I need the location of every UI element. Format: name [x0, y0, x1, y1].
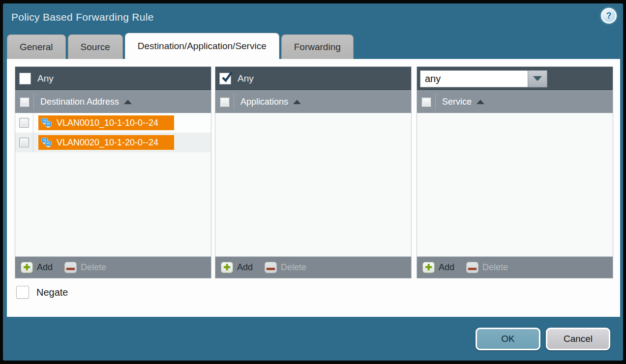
- address-object-tag[interactable]: VLAN0020_10-1-20-0--24: [38, 135, 174, 150]
- list-item[interactable]: VLAN0010_10-1-10-0--24: [15, 113, 211, 133]
- destination-header-row: Destination Address: [15, 90, 211, 113]
- destination-list: VLAN0010_10-1-10-0--24: [15, 113, 211, 256]
- address-object-label: VLAN0020_10-1-20-0--24: [57, 138, 158, 148]
- delete-button[interactable]: Delete: [81, 262, 106, 273]
- row-checkbox[interactable]: [19, 118, 29, 128]
- applications-header-row: Applications: [215, 90, 411, 113]
- service-toolbar: ✚ Add ▬ Delete: [417, 256, 613, 278]
- help-icon[interactable]: ?: [601, 8, 617, 24]
- applications-selectall-checkbox[interactable]: [220, 97, 230, 107]
- delete-icon[interactable]: ▬: [64, 262, 77, 273]
- add-button[interactable]: Add: [37, 262, 53, 273]
- tab-label: Source: [81, 42, 110, 53]
- destination-address-column: Any Destination Address: [15, 66, 211, 279]
- destination-any-bar: Any: [15, 67, 211, 90]
- tab-forwarding[interactable]: Forwarding: [281, 34, 354, 59]
- service-list: [417, 113, 613, 256]
- dialog-title: Policy Based Forwarding Rule: [11, 11, 154, 23]
- negate-option: Negate: [16, 286, 68, 299]
- cancel-button[interactable]: Cancel: [546, 328, 610, 350]
- network-address-icon: [41, 138, 52, 148]
- sort-ascending-icon[interactable]: [124, 100, 132, 104]
- add-icon[interactable]: ✚: [221, 262, 233, 273]
- help-glyph: ?: [606, 11, 612, 21]
- list-item[interactable]: VLAN0020_10-1-20-0--24: [15, 133, 211, 152]
- add-icon[interactable]: ✚: [21, 262, 33, 273]
- delete-button[interactable]: Delete: [281, 262, 306, 273]
- sort-ascending-icon[interactable]: [477, 100, 484, 104]
- destination-any-checkbox[interactable]: [19, 73, 31, 84]
- tab-content-panel: Any Destination Address: [7, 59, 620, 317]
- cancel-label: Cancel: [564, 334, 593, 344]
- delete-button[interactable]: Delete: [482, 262, 508, 273]
- add-icon[interactable]: ✚: [422, 262, 435, 273]
- applications-column: Any Applications ✚ Add ▬ Delete: [215, 66, 412, 279]
- tab-label: Destination/Application/Service: [138, 41, 267, 52]
- dropdown-button[interactable]: [528, 70, 547, 87]
- add-button[interactable]: Add: [439, 262, 454, 273]
- service-column: any Service ✚ Add ▬ Delete: [417, 66, 613, 279]
- pbf-rule-dialog: Policy Based Forwarding Rule ? General S…: [3, 3, 623, 361]
- tab-general[interactable]: General: [7, 34, 66, 59]
- service-selectall-checkbox[interactable]: [421, 97, 431, 107]
- applications-any-bar: Any: [215, 67, 411, 90]
- destination-column-header[interactable]: Destination Address: [40, 97, 119, 107]
- service-dropdown[interactable]: any: [420, 70, 547, 87]
- tab-destination-application-service[interactable]: Destination/Application/Service: [125, 33, 279, 59]
- destination-toolbar: ✚ Add ▬ Delete: [15, 256, 211, 278]
- applications-any-label: Any: [238, 73, 254, 84]
- divider: [435, 93, 436, 111]
- destination-selectall-checkbox[interactable]: [20, 97, 30, 107]
- applications-column-header[interactable]: Applications: [240, 97, 288, 107]
- divider: [234, 93, 234, 111]
- applications-any-checkbox[interactable]: [219, 73, 231, 84]
- delete-icon[interactable]: ▬: [466, 262, 478, 273]
- add-button[interactable]: Add: [237, 262, 253, 273]
- divider: [33, 93, 34, 111]
- negate-label: Negate: [36, 287, 68, 298]
- service-column-header[interactable]: Service: [442, 97, 472, 107]
- applications-toolbar: ✚ Add ▬ Delete: [215, 256, 411, 278]
- address-object-tag[interactable]: VLAN0010_10-1-10-0--24: [38, 115, 174, 130]
- sort-ascending-icon[interactable]: [293, 100, 301, 104]
- tab-bar: General Source Destination/Application/S…: [7, 33, 354, 59]
- tab-label: Forwarding: [294, 42, 341, 53]
- tab-label: General: [20, 42, 53, 53]
- destination-any-label: Any: [37, 73, 54, 84]
- tab-source[interactable]: Source: [68, 34, 123, 59]
- chevron-down-icon: [533, 76, 542, 81]
- negate-checkbox[interactable]: [16, 286, 29, 299]
- applications-list: [215, 113, 411, 256]
- address-object-label: VLAN0010_10-1-10-0--24: [57, 118, 158, 128]
- ok-label: OK: [501, 334, 514, 344]
- row-checkbox[interactable]: [19, 138, 29, 147]
- service-header-row: Service: [417, 90, 613, 113]
- ok-button[interactable]: OK: [476, 328, 540, 350]
- delete-icon[interactable]: ▬: [265, 262, 277, 273]
- service-dropdown-value[interactable]: any: [420, 70, 528, 87]
- network-address-icon: [41, 118, 52, 128]
- service-dropdown-bar: any: [417, 67, 613, 90]
